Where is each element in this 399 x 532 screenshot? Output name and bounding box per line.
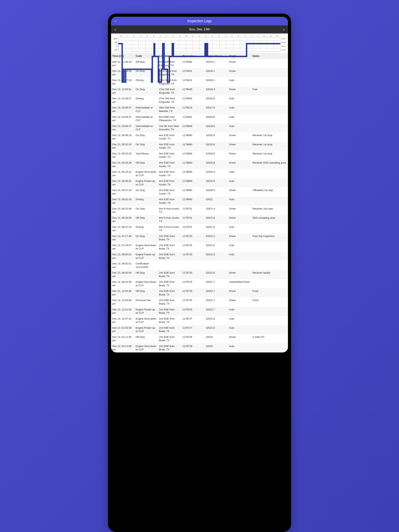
table-row[interactable]: Dec 13, 04:56:16 amOn Duty4mi ESE from A… [111, 133, 288, 142]
table-row[interactable]: Dec 13, 08:02:01 amCertification 12/12/2… [111, 261, 288, 270]
app-header: ← Inspection Logs [111, 17, 288, 25]
page-title: Inspection Logs [111, 19, 288, 23]
table-row[interactable]: Dec 13, 12:51:00 pmEngine Power-up w/ CL… [111, 307, 288, 316]
tablet-frame: ← Inspection Logs ‹ Sun, Dec 13th › OFF … [108, 14, 291, 532]
table-row[interactable]: Dec 13, 07:34:07 amEngine Shut-down w/ C… [111, 242, 288, 252]
table-row[interactable]: Dec 13, 05:56:32 amEngine Power-up w/ CL… [111, 178, 288, 187]
chart-row-totals: 12.57 04.83 04.91 01.70 [281, 35, 287, 52]
table-row[interactable]: Dec 13, 05:23:22 amEngine Shut-down w/ C… [111, 169, 288, 178]
table-row[interactable]: Dec 13, 07:17:44 amOn Duty2mi ENE from B… [111, 233, 288, 242]
table-row[interactable]: Dec 13, 08:00:01 amEngine Power-up w/ CL… [111, 252, 288, 261]
table-row[interactable]: Dec 13, 05:02:33 amYard Moves4mi ESE fro… [111, 151, 288, 160]
prev-day-chevron-icon[interactable]: ‹ [113, 26, 117, 32]
log-events-table: Time (CT) Code Location Odometer Engine … [111, 53, 288, 352]
table-row[interactable]: Dec 13, 01:11:55 pmOff Duty2mi ENE from … [111, 334, 288, 343]
table-row[interactable]: Dec 13, 12:50:46 pmPersonal Use2mi ENE f… [111, 297, 288, 306]
table-row[interactable]: Dec 13, 01:12:08 pmEngine Shut-down w/ C… [111, 343, 288, 352]
table-row[interactable]: Dec 13, 04:06:37 amIntermediate w/ CLP7m… [111, 123, 288, 133]
table-row[interactable]: Dec 13, 06:34:58 amOff Duty8mi N from Au… [111, 215, 288, 224]
table-row[interactable]: Dec 13, 01:03:48 pmEngine Power-up w/ CL… [111, 325, 288, 334]
chart-hour-labels: M1234567891011N1234567891011M [118, 35, 281, 37]
table-row[interactable]: Dec 13, 06:02:18 amDriving4mi ESE from A… [111, 196, 288, 206]
chart-row-labels: OFF SB D ON [112, 35, 118, 52]
duty-status-line [118, 37, 280, 89]
table-row[interactable]: Dec 13, 03:06:37 amIntermediate w/ CLP6m… [111, 114, 288, 123]
back-arrow-icon[interactable]: ← [114, 19, 118, 24]
table-row[interactable]: Dec 13, 05:57:23 amOn Duty4mi ESE from A… [111, 187, 288, 196]
date-navigator: ‹ Sun, Dec 13th › [111, 25, 288, 33]
table-row[interactable]: Dec 13, 12:50:46 pmOff Duty2mi ENE from … [111, 288, 288, 297]
tablet-screen: ← Inspection Logs ‹ Sun, Dec 13th › OFF … [111, 17, 288, 352]
chart-grid [118, 37, 281, 52]
table-row[interactable]: Dec 13, 06:23:48 amOn Duty8mi N from Aus… [111, 206, 288, 215]
table-row[interactable]: Dec 13, 08:03:00 amOff Duty2mi ENE from … [111, 270, 288, 279]
duty-status-chart: OFF SB D ON M1234567891011N1234567891011… [111, 33, 288, 53]
current-date-label: Sun, Dec 13th [189, 27, 210, 31]
table-row[interactable]: Dec 13, 02:06:37 amIntermediate w/ CLP26… [111, 105, 288, 114]
table-row[interactable]: Dec 13, 05:18:28 amOff Duty4mi ESE from … [111, 160, 288, 169]
table-row[interactable]: Dec 13, 12:57:41 pmEngine Shut-down w/ C… [111, 316, 288, 325]
table-row[interactable]: Dec 13, 05:02:33 amOn Duty4mi ESE from A… [111, 142, 288, 151]
table-row[interactable]: Dec 13, 06:47:33 amDriving8mi N from Aus… [111, 224, 288, 233]
table-row[interactable]: Dec 13, 01:06:37 amDriving27mi SW from K… [111, 96, 288, 105]
table-row[interactable]: Dec 13, 08:10:35 amEngine Shut-down w/ C… [111, 279, 288, 288]
next-day-chevron-icon[interactable]: › [282, 26, 286, 32]
